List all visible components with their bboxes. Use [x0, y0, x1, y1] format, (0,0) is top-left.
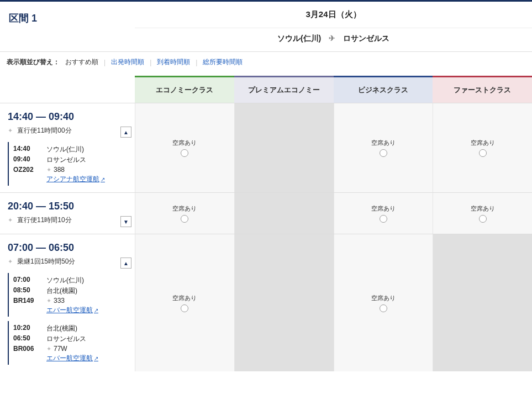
- route: ソウル(仁川) ✈ ロサンゼルス: [135, 28, 532, 51]
- expand-button[interactable]: ▼: [120, 216, 131, 227]
- collapse-button[interactable]: ▲: [120, 127, 131, 138]
- availability-text: 空席あり: [371, 294, 396, 302]
- fare-cell-biz[interactable]: 空席あり: [334, 103, 433, 192]
- fare-cell-pre: [234, 234, 334, 371]
- route-from: ソウル(仁川): [277, 34, 321, 43]
- flight-row: 14:40 — 09:40✦直行便11時間00分▲14:40ソウル(仁川)09:…: [0, 103, 532, 192]
- class-header-first: ファーストクラス: [433, 76, 532, 103]
- route-to: ロサンゼルス: [343, 34, 389, 43]
- fare-cell-fir[interactable]: 空席あり: [433, 193, 532, 234]
- flight-duration: ✦直行便11時間00分: [0, 124, 128, 138]
- carrier-link[interactable]: アシアナ航空運航↗: [46, 175, 105, 184]
- sort-arrival[interactable]: 到着時間順: [157, 57, 190, 67]
- sort-duration[interactable]: 総所要時間順: [203, 57, 243, 67]
- fare-radio[interactable]: [181, 149, 188, 157]
- star-alliance-icon: ✦: [8, 258, 13, 265]
- fare-cell-eco[interactable]: 空席あり: [135, 234, 234, 371]
- flight-leg: 10:20台北(桃園)06:50ロサンゼルスBR006✦77Wエバー航空運航↗: [8, 321, 128, 365]
- plane-icon: ✈: [329, 34, 335, 43]
- fare-radio[interactable]: [380, 215, 387, 223]
- availability-text: 空席あり: [172, 294, 197, 302]
- flight-duration: ✦直行便11時間10分: [0, 213, 128, 227]
- collapse-button[interactable]: ▲: [120, 258, 131, 269]
- flight-times: 14:40 — 09:40: [0, 110, 128, 124]
- class-header-business: ビジネスクラス: [334, 76, 433, 103]
- sort-bar: 表示順並び替え： おすすめ順 | 出発時間順 | 到着時間順 | 総所要時間順: [0, 52, 532, 72]
- fare-radio[interactable]: [181, 304, 188, 312]
- availability-text: 空席あり: [371, 139, 396, 147]
- fare-cell-biz[interactable]: 空席あり: [334, 193, 433, 234]
- fare-radio[interactable]: [380, 304, 387, 312]
- star-alliance-icon: ✦: [8, 127, 13, 134]
- fare-cell-fir[interactable]: 空席あり: [433, 103, 532, 192]
- fare-radio[interactable]: [479, 215, 487, 223]
- availability-text: 空席あり: [471, 139, 495, 147]
- travel-date: 3月24日（火）: [135, 2, 532, 28]
- star-alliance-icon: ✦: [8, 217, 13, 224]
- sort-recommended: おすすめ順: [65, 57, 98, 67]
- fare-cell-pre: [234, 193, 334, 234]
- fare-cell-fir: [433, 234, 532, 371]
- carrier-link[interactable]: エバー航空運航↗: [46, 306, 98, 315]
- fare-radio[interactable]: [380, 149, 387, 157]
- flight-row: 07:00 — 06:50✦乗継1回15時間50分▲07:00ソウル(仁川)08…: [0, 234, 532, 371]
- class-header-economy: エコノミークラス: [135, 76, 234, 103]
- availability-text: 空席あり: [172, 204, 197, 213]
- sort-departure[interactable]: 出発時間順: [111, 57, 144, 67]
- availability-text: 空席あり: [371, 204, 396, 213]
- flight-duration: ✦乗継1回15時間50分: [0, 255, 128, 269]
- flight-times: 20:40 — 15:50: [0, 199, 128, 213]
- fare-cell-eco[interactable]: 空席あり: [135, 193, 234, 234]
- flight-leg: 14:40ソウル(仁川)09:40ロサンゼルスOZ202✦388アシアナ航空運航…: [8, 142, 128, 186]
- fare-cell-eco[interactable]: 空席あり: [135, 103, 234, 192]
- availability-text: 空席あり: [172, 139, 197, 147]
- fare-cell-pre: [234, 103, 334, 192]
- segment-title: 区間 1: [0, 2, 135, 51]
- availability-text: 空席あり: [471, 204, 495, 213]
- flight-times: 07:00 — 06:50: [0, 241, 128, 255]
- fare-cell-biz[interactable]: 空席あり: [334, 234, 433, 371]
- flight-leg: 07:00ソウル(仁川)08:50台北(桃園)BR149✦333エバー航空運航↗: [8, 273, 128, 317]
- sort-label: 表示順並び替え：: [7, 57, 60, 67]
- carrier-link[interactable]: エバー航空運航↗: [46, 354, 98, 363]
- fare-radio[interactable]: [479, 149, 487, 157]
- fare-radio[interactable]: [181, 215, 188, 223]
- class-header-premium: プレミアムエコノミー: [234, 76, 334, 103]
- flight-row: 20:40 — 15:50✦直行便11時間10分▼空席あり空席あり空席あり: [0, 192, 532, 234]
